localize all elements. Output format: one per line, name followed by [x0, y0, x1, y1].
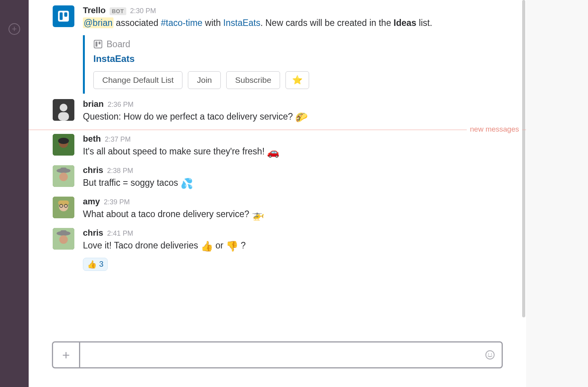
svg-point-15	[59, 173, 68, 181]
svg-rect-3	[94, 40, 102, 48]
right-gutter	[526, 0, 588, 387]
star-button[interactable]: ⭐	[285, 71, 309, 89]
avatar-amy[interactable]	[53, 197, 74, 218]
svg-point-25	[486, 351, 494, 359]
message-author[interactable]: chris	[83, 228, 103, 238]
thumbs-up-emoji: 👍	[201, 240, 213, 252]
svg-point-7	[60, 104, 67, 111]
helicopter-emoji: 🚁	[252, 209, 264, 221]
avatar-chris[interactable]	[53, 165, 74, 187]
taco-emoji: 🌮	[295, 111, 308, 123]
attachment-kind: Board	[107, 39, 130, 50]
message-time: 2:39 PM	[104, 198, 130, 206]
svg-rect-1	[60, 12, 63, 20]
message-text: Love it! Taco drone deliveries 👍 or 👎 ?	[83, 239, 503, 254]
message-time: 2:30 PM	[130, 7, 156, 15]
message-text: Question: How do we perfect a taco deliv…	[83, 110, 503, 125]
svg-rect-18	[58, 200, 69, 205]
attach-button[interactable]: +	[53, 342, 80, 367]
message-time: 2:38 PM	[107, 167, 133, 175]
message-text: @brian associated #taco-time with InstaE…	[83, 16, 503, 30]
add-workspace-button[interactable]: +	[9, 23, 20, 35]
svg-rect-4	[96, 42, 98, 47]
reaction-thumbsup[interactable]: 👍 3	[83, 258, 108, 271]
channel-pane: Trello BOT 2:30 PM @brian associated #ta…	[29, 0, 526, 387]
svg-rect-23	[60, 230, 67, 234]
bot-badge: BOT	[110, 7, 126, 15]
message-chris-1: chris 2:38 PM But traffic = soggy tacos …	[53, 163, 503, 194]
svg-rect-8	[58, 112, 69, 121]
thumbs-down-emoji: 👎	[226, 240, 238, 252]
svg-point-26	[488, 353, 489, 354]
workspace-sidebar: +	[0, 0, 29, 387]
car-emoji: 🚗	[267, 146, 279, 158]
message-composer: +	[52, 341, 503, 368]
change-default-list-button[interactable]: Change Default List	[93, 71, 182, 89]
message-chris-2: chris 2:41 PM Love it! Taco drone delive…	[53, 226, 503, 274]
message-author[interactable]: brian	[83, 99, 104, 109]
message-author[interactable]: amy	[83, 197, 100, 207]
trello-icon	[57, 10, 70, 23]
smile-icon	[485, 350, 495, 360]
mention-brian[interactable]: @brian	[83, 17, 113, 28]
message-author[interactable]: Trello	[83, 5, 106, 15]
message-text: What about a taco drone delivery service…	[83, 207, 503, 223]
join-button[interactable]: Join	[188, 71, 221, 89]
trello-avatar	[53, 5, 74, 27]
message-list: Trello BOT 2:30 PM @brian associated #ta…	[29, 0, 526, 341]
svg-rect-5	[99, 42, 101, 45]
sweat-drops-emoji: 💦	[181, 178, 193, 189]
svg-point-24	[59, 235, 68, 244]
reaction-count: 3	[99, 260, 103, 269]
message-time: 2:36 PM	[108, 101, 134, 109]
attachment-title[interactable]: InstaEats	[93, 53, 503, 64]
svg-rect-2	[64, 12, 67, 17]
message-time: 2:37 PM	[105, 135, 131, 144]
message-brian: brian 2:36 PM Question: How do we perfec…	[53, 97, 503, 128]
avatar-chris[interactable]	[53, 228, 74, 250]
avatar-brian[interactable]	[53, 99, 74, 121]
trello-small-icon	[93, 39, 103, 49]
message-beth: beth 2:37 PM It's all about speed to mak…	[53, 132, 503, 163]
trello-attachment: Board InstaEats Change Default List Join…	[83, 35, 503, 94]
svg-point-11	[58, 138, 69, 144]
subscribe-button[interactable]: Subscribe	[226, 71, 280, 89]
new-messages-divider: new messages	[29, 130, 526, 130]
message-author[interactable]: chris	[83, 165, 103, 175]
svg-point-27	[491, 353, 492, 354]
scrollbar[interactable]	[522, 0, 525, 317]
message-text: But traffic = soggy tacos 💦	[83, 176, 503, 191]
message-amy: amy 2:39 PM What about a taco drone deli…	[53, 194, 503, 226]
channel-link[interactable]: #taco-time	[161, 18, 202, 28]
board-link[interactable]: InstaEats	[223, 18, 260, 28]
emoji-picker-button[interactable]	[478, 342, 502, 367]
message-time: 2:41 PM	[107, 229, 133, 238]
message-text: It's all about speed to make sure they'r…	[83, 145, 503, 160]
message-author[interactable]: beth	[83, 134, 101, 144]
message-trello: Trello BOT 2:30 PM @brian associated #ta…	[53, 3, 503, 97]
svg-rect-14	[60, 168, 67, 171]
message-input[interactable]	[80, 342, 478, 367]
reaction-emoji: 👍	[87, 260, 97, 269]
avatar-beth[interactable]	[53, 134, 74, 156]
